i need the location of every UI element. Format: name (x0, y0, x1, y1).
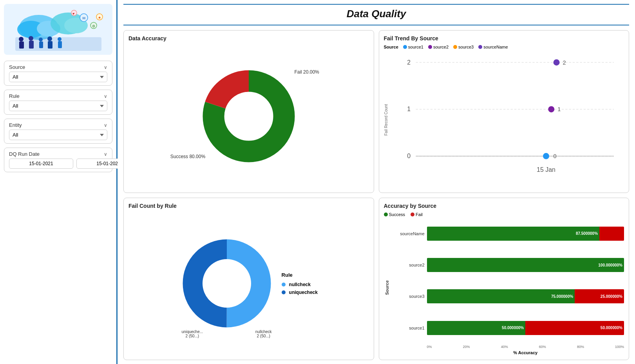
data-accuracy-title: Data Accuracy (128, 35, 369, 41)
fail-trend-card: Fail Trend By Source Source source1 sour… (379, 30, 630, 193)
source3-legend-text: source3 (458, 45, 474, 49)
entity-select[interactable]: All (9, 130, 107, 140)
nullcheck-legend-dot (282, 283, 286, 287)
rule-donut-container: uniqueche...2 (50...) nullcheck2 (50...) (180, 236, 274, 330)
date-start-input[interactable] (9, 159, 73, 169)
bar-source1: source1 50.000000% 50.000000% (389, 321, 624, 335)
entity-label-text: Entity (9, 122, 22, 128)
bar-fail-sourceName (599, 227, 624, 241)
legend-source3: source3 (453, 45, 474, 49)
svg-text:★: ★ (98, 16, 101, 20)
charts-grid: Data Accuracy Fail 20.00% (123, 30, 629, 360)
fail-count-rule-title: Fail Count by Rule (128, 203, 369, 209)
bar-fail-source3: 25.000000% (575, 289, 624, 303)
nullcheck-legend: nullcheck (282, 282, 318, 287)
tick-20: 20% (463, 345, 470, 349)
entity-filter-label[interactable]: Entity ∨ (9, 122, 107, 128)
trend-y-axis-label: Fail Record Count (384, 52, 388, 188)
svg-text:1: 1 (407, 106, 411, 112)
svg-point-14 (58, 37, 62, 41)
fail-legend-text: Fail (416, 212, 423, 217)
source2-dot (428, 45, 432, 49)
point-source2 (548, 106, 554, 112)
svg-text:2: 2 (407, 59, 411, 66)
tick-80: 80% (577, 345, 584, 349)
point-sourceName (553, 59, 559, 65)
bar-track-source2: 100.000000% (427, 258, 624, 272)
svg-text:1: 1 (557, 106, 561, 112)
data-accuracy-card: Data Accuracy Fail 20.00% (123, 30, 374, 193)
bar-label-sourceName: sourceName (389, 231, 425, 236)
x-ticks: 0% 20% 40% 60% 80% 100% (427, 344, 624, 349)
x-axis-title: % Accuracy (427, 350, 624, 355)
rule-filter-card: Rule ∨ All nullcheck uniquecheck (4, 90, 112, 115)
bar-success-sourceName: 87.500000% (427, 227, 600, 241)
bar-track-sourceName: 87.500000% (427, 227, 624, 241)
bar-source2: source2 100.000000% (389, 258, 624, 272)
svg-point-8 (29, 36, 33, 41)
dq-run-date-text: DQ Run Date (9, 151, 40, 157)
source-label-text: Source (9, 64, 25, 70)
bar-success-source3: 75.000000% (427, 289, 575, 303)
bars-section: sourceName 87.500000% source2 100 (389, 220, 624, 344)
accuracy-donut-svg (190, 61, 308, 171)
uniquecheck-legend: uniquecheck (282, 290, 318, 295)
dq-run-date-label[interactable]: DQ Run Date ∨ (9, 151, 107, 157)
sourceName-dot (478, 45, 482, 49)
bar-label-source2: source2 (389, 263, 425, 267)
sourceName-legend-text: sourceName (483, 45, 508, 49)
source2-legend-text: source2 (433, 45, 449, 49)
fail-legend-dot (411, 213, 414, 216)
svg-rect-7 (19, 41, 24, 49)
legend-source2: source2 (428, 45, 449, 49)
legend-source-label: Source (384, 45, 398, 49)
fail-count-chart-area: uniqueche...2 (50...) nullcheck2 (50...)… (128, 212, 369, 355)
source1-dot (403, 45, 407, 49)
svg-text:0: 0 (553, 153, 556, 159)
bar-success-source1: 50.000000% (427, 321, 526, 335)
bar-track-source3: 75.000000% 25.000000% (427, 289, 624, 303)
source-chevron-icon: ∨ (104, 65, 107, 70)
svg-text:⚙: ⚙ (92, 24, 95, 28)
page-header: Data Quality (123, 4, 629, 25)
rule-legend: Rule nullcheck uniquecheck (282, 272, 318, 295)
rule-donut-svg (180, 236, 274, 330)
svg-rect-13 (48, 41, 52, 49)
svg-point-6 (19, 37, 24, 41)
bars-container: sourceName 87.500000% source2 100 (389, 220, 624, 355)
uniquecheck-label: uniqueche...2 (50...) (182, 330, 203, 338)
rule-filter-label[interactable]: Rule ∨ (9, 93, 107, 99)
svg-rect-15 (58, 41, 62, 48)
entity-chevron-icon: ∨ (104, 123, 107, 128)
svg-text:2: 2 (563, 59, 566, 66)
success-legend: Success (384, 212, 405, 217)
svg-rect-11 (39, 41, 43, 48)
rule-select[interactable]: All nullcheck uniquecheck (9, 101, 107, 111)
dq-run-date-chevron-icon: ∨ (104, 151, 107, 157)
source-filter-card: Source ∨ All source1 source2 source3 sou… (4, 61, 112, 86)
sidebar: ✉ ⚙ ★ ♥ Source ∨ All source1 source2 sou… (0, 0, 118, 364)
bar-source3: source3 75.000000% 25.000000% (389, 289, 624, 303)
bars-and-axis: Source sourceName 87.500000% (384, 220, 624, 355)
uniquecheck-legend-text: uniquecheck (289, 290, 318, 295)
trend-chart-svg: 2 1 0 15 Jan 0 1 2 (390, 52, 624, 188)
entity-filter-card: Entity ∨ All (4, 119, 112, 144)
nullcheck-legend-text: nullcheck (289, 282, 311, 287)
page-title: Data Quality (347, 8, 406, 20)
accuracy-by-source-card: Accuracy by Source Success Fail Source (379, 198, 630, 360)
svg-point-26 (224, 92, 273, 141)
x-axis-area: 0% 20% 40% 60% 80% 100% % Accuracy (427, 344, 624, 355)
svg-point-10 (39, 38, 43, 41)
rule-legend-title: Rule (282, 272, 318, 278)
svg-text:✉: ✉ (82, 16, 85, 20)
main-content: Data Quality Data Accuracy (118, 0, 635, 364)
nullcheck-label: nullcheck2 (50...) (255, 330, 272, 338)
rule-chevron-icon: ∨ (104, 94, 107, 99)
source-filter-label[interactable]: Source ∨ (9, 64, 107, 70)
uniquecheck-legend-dot (282, 290, 286, 294)
fail-legend: Fail (411, 212, 423, 217)
bar-track-source1: 50.000000% 50.000000% (427, 321, 624, 335)
source-select[interactable]: All source1 source2 source3 sourceName (9, 72, 107, 82)
logo-area: ✉ ⚙ ★ ♥ (4, 4, 112, 55)
fail-trend-legend: Source source1 source2 source3 (384, 45, 624, 49)
